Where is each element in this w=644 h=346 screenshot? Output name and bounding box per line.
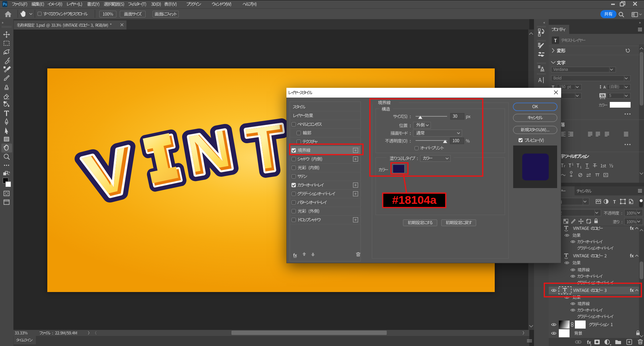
svg-text:#18104a: #18104a [392,193,437,206]
